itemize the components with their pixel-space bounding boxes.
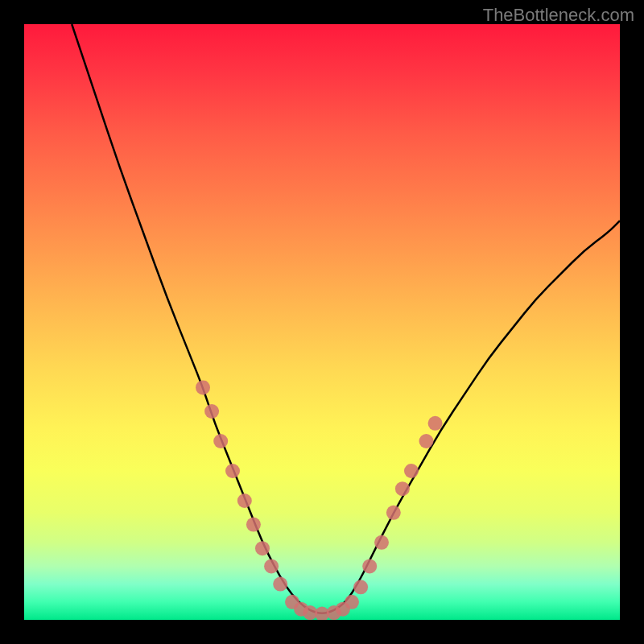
highlight-dot (273, 577, 287, 592)
plot-area (24, 24, 620, 620)
highlight-dot (374, 535, 389, 550)
highlight-dots-group (196, 380, 443, 620)
highlight-dot (395, 481, 410, 496)
highlight-dot (264, 559, 279, 573)
highlight-dot (353, 580, 368, 594)
highlight-dot (428, 416, 443, 431)
highlight-dot (204, 404, 219, 419)
curve-group (72, 24, 620, 613)
highlight-dot (386, 506, 401, 520)
highlight-dot (419, 434, 434, 448)
chart-frame: TheBottleneck.com (0, 0, 644, 644)
highlight-dot (237, 493, 252, 508)
bottleneck-curve-line (72, 24, 620, 613)
watermark-text: TheBottleneck.com (483, 5, 634, 26)
highlight-dot (345, 595, 359, 609)
highlight-dot (213, 434, 228, 448)
bottleneck-chart (24, 24, 620, 620)
highlight-dot (246, 518, 261, 532)
highlight-dot (362, 559, 377, 573)
highlight-dot (404, 464, 419, 478)
highlight-dot (196, 380, 210, 394)
highlight-dot (225, 464, 240, 478)
highlight-dot (255, 541, 270, 555)
